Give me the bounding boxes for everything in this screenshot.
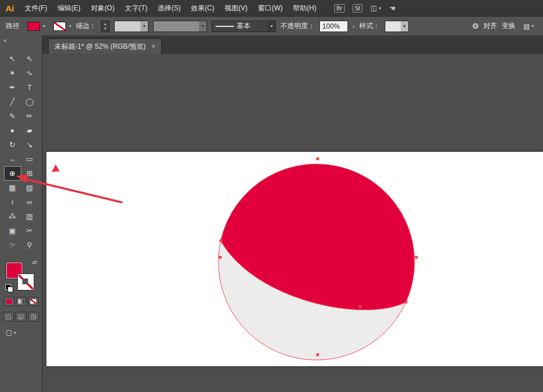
symbol-sprayer-tool[interactable]: ⁂ bbox=[4, 209, 21, 224]
opacity-label: 不透明度： bbox=[280, 21, 315, 31]
type-tool[interactable]: T bbox=[21, 80, 38, 95]
chevron-down-icon: ▾ bbox=[268, 21, 275, 32]
column-graph-tool[interactable]: ▥ bbox=[21, 209, 38, 224]
pencil-tool[interactable]: ✏ bbox=[21, 109, 38, 123]
shape-builder-tool[interactable]: ⊕ bbox=[4, 166, 21, 181]
drawing-mode-buttons: ▢ ◱ ◳ bbox=[0, 312, 42, 322]
stroke-color-picker[interactable]: ▾ bbox=[53, 22, 71, 31]
slice-tool[interactable]: ✂ bbox=[21, 224, 38, 238]
rotate-tool[interactable]: ↻ bbox=[4, 138, 21, 152]
brush-stroke-preview bbox=[216, 26, 234, 27]
bridge-button[interactable]: Br bbox=[334, 4, 345, 13]
menu-item[interactable]: 选择(S) bbox=[153, 0, 186, 16]
menu-bar: Ai 文件(F) 编辑(E) 对象(O) 文字(T) 选择(S) 效果(C) 视… bbox=[0, 0, 543, 16]
lasso-tool[interactable]: ∿ bbox=[21, 66, 38, 80]
gradient-button[interactable] bbox=[16, 297, 26, 306]
menu-items: 文件(F) 编辑(E) 对象(O) 文字(T) 选择(S) 效果(C) 视图(V… bbox=[19, 0, 322, 16]
eraser-tool[interactable]: ▰ bbox=[21, 123, 38, 138]
opacity-flyout-arrow[interactable]: › bbox=[353, 23, 355, 30]
gradient-tool[interactable]: ▨ bbox=[21, 181, 38, 195]
stroke-weight-select[interactable]: ▾ bbox=[114, 21, 149, 32]
free-transform-tool[interactable]: ▭ bbox=[21, 152, 38, 166]
default-fill-stroke-icon[interactable] bbox=[5, 284, 13, 292]
stock-button[interactable]: St bbox=[353, 4, 362, 13]
anchor-point[interactable] bbox=[220, 240, 222, 242]
draw-normal-button[interactable]: ▢ bbox=[3, 312, 14, 322]
change-screen-mode-button[interactable]: ▢ ▾ bbox=[6, 328, 42, 336]
menu-item[interactable]: 文字(T) bbox=[120, 0, 153, 16]
menubar-right: Br St ◫ ▾ ☚ bbox=[334, 4, 396, 13]
align-button[interactable]: 对齐 bbox=[483, 21, 497, 31]
scale-tool[interactable]: ↘ bbox=[21, 138, 38, 152]
anchor-point[interactable] bbox=[405, 301, 408, 304]
stepper-down-icon: ▼ bbox=[104, 26, 107, 31]
magic-wand-tool[interactable]: ✶ bbox=[4, 66, 21, 80]
brush-definition-select[interactable]: 基本 ▾ bbox=[212, 21, 276, 32]
pen-tool[interactable]: ✒ bbox=[4, 80, 21, 95]
blend-tool[interactable]: ∞ bbox=[21, 195, 38, 209]
anchor-point[interactable] bbox=[219, 256, 222, 259]
fill-color-picker[interactable]: ▾ bbox=[28, 22, 45, 31]
menu-item[interactable]: 对象(O) bbox=[85, 0, 119, 16]
selection-tool[interactable]: ↖ bbox=[4, 52, 21, 66]
menu-item[interactable]: 文件(F) bbox=[19, 0, 52, 16]
chevron-down-icon: ▾ bbox=[401, 21, 408, 32]
draw-behind-button[interactable]: ◱ bbox=[15, 312, 26, 322]
blob-brush-tool[interactable]: ● bbox=[4, 123, 21, 138]
direct-selection-tool[interactable]: ⇖ bbox=[21, 52, 38, 66]
width-tool[interactable]: ↔ bbox=[4, 152, 21, 166]
document-setup-globe-icon[interactable]: ❂ bbox=[472, 22, 479, 30]
document-tab[interactable]: 未标题-1* @ 52% (RGB/预览) × bbox=[48, 38, 162, 54]
selection-type-label: 路径 bbox=[6, 21, 19, 31]
tools-grid: ↖ ⇖ ✶ ∿ ✒ T bbox=[0, 52, 42, 252]
style-select[interactable]: ▾ bbox=[385, 21, 409, 32]
tools-panel: « ↖ ⇖ ✶ ∿ ✒ bbox=[0, 36, 42, 392]
chevron-down-icon: ▾ bbox=[43, 23, 45, 29]
brush-definition-value: 基本 bbox=[237, 21, 251, 31]
eyedropper-tool[interactable]: ≀ bbox=[4, 195, 21, 209]
screen-mode-icon: ▢ bbox=[6, 328, 12, 336]
stroke-weight-label: 描边： bbox=[76, 21, 96, 31]
stroke-weight-stepper[interactable]: ▲ ▼ bbox=[101, 21, 110, 32]
anchor-point[interactable] bbox=[317, 354, 319, 356]
paintbrush-tool[interactable]: ✎ bbox=[4, 109, 21, 123]
fill-color-swatch bbox=[28, 22, 40, 31]
draw-inside-button[interactable]: ◳ bbox=[28, 312, 39, 322]
swap-fill-stroke-icon[interactable]: ⇄ bbox=[32, 259, 37, 265]
anchor-point[interactable] bbox=[415, 256, 418, 259]
zoom-tool[interactable]: ⚲ bbox=[21, 238, 38, 252]
ellipse-tool[interactable]: ◯ bbox=[21, 95, 38, 109]
workspace-switcher[interactable]: ◫ ▾ bbox=[370, 4, 381, 12]
transform-button[interactable]: 变换 bbox=[502, 21, 515, 31]
collapse-panel-button[interactable]: « bbox=[0, 36, 42, 45]
anchor-point[interactable] bbox=[317, 158, 319, 160]
menu-item[interactable]: 窗口(W) bbox=[253, 0, 288, 16]
line-segment-tool[interactable]: ╱ bbox=[4, 95, 21, 109]
opacity-input[interactable]: 100% bbox=[319, 21, 348, 32]
gradient-button-swatch bbox=[18, 299, 24, 304]
menu-item[interactable]: 帮助(H) bbox=[288, 0, 322, 16]
artwork-layer bbox=[42, 54, 543, 392]
fill-stroke-indicator: ⇄ bbox=[5, 259, 37, 292]
canvas-area[interactable] bbox=[42, 54, 543, 392]
panel-menu-button[interactable]: ▤ ▾ bbox=[524, 22, 534, 30]
menu-item[interactable]: 编辑(E) bbox=[52, 0, 85, 16]
color-button[interactable] bbox=[4, 297, 14, 306]
cs-live-icon[interactable]: ☚ bbox=[389, 4, 396, 13]
menu-item[interactable]: 效果(C) bbox=[186, 0, 220, 16]
perspective-grid-tool[interactable]: ⊞ bbox=[21, 166, 38, 181]
anchor-point[interactable] bbox=[359, 305, 362, 308]
artboard-tool[interactable]: ▣ bbox=[4, 224, 21, 238]
variable-width-profile-select[interactable]: ▾ bbox=[153, 21, 207, 32]
control-bar: 路径 ▾ ▾ 描边： ▲ ▼ ▾ ▾ 基本 ▾ 不透明度： 100% › 样式： bbox=[0, 16, 543, 36]
close-icon[interactable]: × bbox=[151, 42, 155, 50]
none-button-swatch bbox=[30, 299, 36, 304]
none-button[interactable] bbox=[28, 297, 38, 306]
mesh-tool[interactable]: ▦ bbox=[4, 181, 21, 195]
stroke-swatch[interactable] bbox=[18, 274, 34, 290]
menu-item[interactable]: 视图(V) bbox=[220, 0, 253, 16]
chevron-down-icon: ▾ bbox=[69, 23, 71, 29]
hand-tool[interactable]: ☞ bbox=[4, 238, 21, 252]
document-tab-bar: 未标题-1* @ 52% (RGB/预览) × bbox=[42, 36, 543, 54]
default-fill-mini-swatch bbox=[7, 287, 13, 292]
